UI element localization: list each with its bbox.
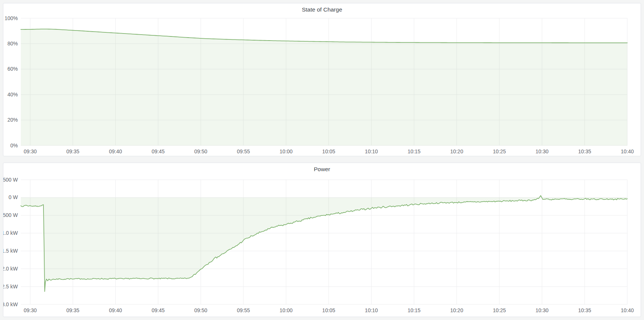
x-axis-tick-label: 09:50 xyxy=(194,148,207,154)
y-axis-tick-label: -500 W xyxy=(3,212,18,218)
series-fill xyxy=(21,196,627,292)
x-axis-tick-label: 10:00 xyxy=(279,148,292,154)
x-axis-tick-label: 10:20 xyxy=(450,307,463,313)
x-axis-tick-label: 10:15 xyxy=(408,148,421,154)
x-axis-tick-label: 10:35 xyxy=(578,307,591,313)
soc-plot-area: 09:3009:3509:4009:4509:5009:5510:0010:05… xyxy=(3,3,641,156)
x-axis-tick-label: 09:35 xyxy=(66,148,79,154)
series-fill xyxy=(21,29,627,145)
y-axis-tick-label: 60% xyxy=(7,66,18,72)
grafana-dashboard: { "colors": { "page_bg": "#f4f5f5", "pan… xyxy=(0,0,644,320)
x-axis-tick-label: 09:55 xyxy=(237,307,250,313)
x-axis-tick-label: 09:30 xyxy=(24,148,37,154)
y-axis-tick-label: -2.5 kW xyxy=(3,284,18,289)
x-axis-tick-label: 10:15 xyxy=(408,307,421,313)
x-axis-tick-label: 09:30 xyxy=(24,307,37,313)
y-axis-tick-label: 0% xyxy=(10,143,18,148)
power-chart-canvas[interactable]: 09:3009:3509:4009:4509:5009:5510:0010:05… xyxy=(3,163,641,317)
x-axis-tick-label: 10:05 xyxy=(322,307,335,313)
y-axis-tick-label: 80% xyxy=(7,41,18,47)
x-axis-tick-label: 09:45 xyxy=(152,307,165,313)
y-axis-tick-label: -3.0 kW xyxy=(3,301,18,307)
x-axis-tick-label: 10:20 xyxy=(450,148,463,154)
x-axis-tick-label: 10:40 xyxy=(621,307,634,313)
x-axis-tick-label: 10:30 xyxy=(535,307,548,313)
x-axis-tick-label: 10:25 xyxy=(493,307,506,313)
y-axis-tick-label: 40% xyxy=(7,92,18,97)
x-axis-tick-label: 09:40 xyxy=(109,148,122,154)
x-axis-tick-label: 09:50 xyxy=(194,307,207,313)
power-plot-area: 09:3009:3509:4009:4509:5009:5510:0010:05… xyxy=(3,163,641,317)
y-axis-tick-label: 0 W xyxy=(9,194,18,200)
y-axis-tick-label: 500 W xyxy=(3,177,18,183)
y-axis-tick-label: 20% xyxy=(7,117,18,123)
panel-state-of-charge: State of Charge 09:3009:3509:4009:4509:5… xyxy=(3,3,641,156)
y-axis-tick-label: -2.0 kW xyxy=(3,266,18,272)
panel-power: Power 09:3009:3509:4009:4509:5009:5510:0… xyxy=(3,163,641,317)
x-axis-tick-label: 09:55 xyxy=(237,148,250,154)
y-axis-tick-label: 100% xyxy=(4,15,18,21)
x-axis-tick-label: 10:25 xyxy=(493,148,506,154)
x-axis-tick-label: 10:30 xyxy=(535,148,548,154)
x-axis-tick-label: 09:40 xyxy=(109,307,122,313)
x-axis-tick-label: 09:45 xyxy=(152,148,165,154)
x-axis-tick-label: 10:00 xyxy=(279,307,292,313)
x-axis-tick-label: 10:35 xyxy=(578,148,591,154)
x-axis-tick-label: 10:10 xyxy=(365,307,378,313)
y-axis-tick-label: -1.5 kW xyxy=(3,248,18,254)
panel-title-power: Power xyxy=(3,163,641,173)
soc-chart-canvas[interactable]: 09:3009:3509:4009:4509:5009:5510:0010:05… xyxy=(3,3,641,156)
panel-title-state-of-charge: State of Charge xyxy=(3,3,641,14)
x-axis-tick-label: 10:10 xyxy=(365,148,378,154)
x-axis-tick-label: 10:40 xyxy=(621,148,634,154)
y-axis-tick-label: -1.0 kW xyxy=(3,230,18,236)
x-axis-tick-label: 09:35 xyxy=(66,307,79,313)
x-axis-tick-label: 10:05 xyxy=(322,148,335,154)
